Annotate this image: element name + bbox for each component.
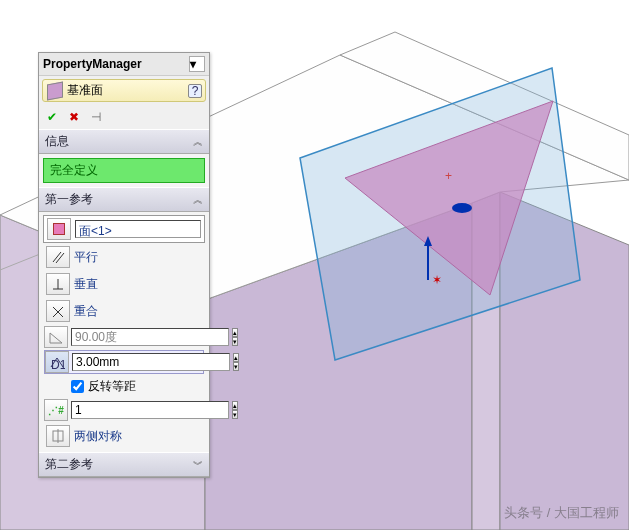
coincident-row[interactable]: 重合 [43,298,205,324]
instances-spinner[interactable]: ▴▾ [232,401,238,419]
plane-icon [47,81,63,100]
parallel-row[interactable]: 平行 [43,244,205,270]
offset-icon: D1 [45,351,69,373]
section-info-header[interactable]: 信息 ︽ [39,129,209,154]
help-icon[interactable]: ? [188,84,202,98]
svg-text:D1: D1 [51,358,65,370]
origin-plus: + [445,169,452,183]
pm-titlebar: PropertyManager ▾ [39,53,209,76]
angle-icon [44,326,68,348]
ok-cancel-bar: ✔ ✖ ⊣ [39,105,209,129]
section-ref1-header[interactable]: 第一参考 ︽ [39,187,209,212]
ok-button[interactable]: ✔ [43,108,61,126]
property-manager-panel: PropertyManager ▾ 基准面 ? ✔ ✖ ⊣ 信息 ︽ 完全定义 … [38,52,210,478]
chevron-up-icon: ︽ [193,135,203,149]
origin-star: ✶ [432,273,442,287]
offset-row: D1 ▴▾ [44,350,204,374]
feature-header: 基准面 ? [42,79,206,102]
midplane-icon [46,425,70,447]
face-selection-row[interactable]: 面<1> [43,215,205,243]
chevron-up-icon: ︽ [193,193,203,207]
instances-input[interactable] [71,401,229,419]
feature-name: 基准面 [67,82,103,99]
svg-line-11 [56,253,64,263]
reverse-offset-row[interactable]: 反转等距 [41,376,207,397]
face-selection-field[interactable]: 面<1> [75,220,201,238]
section-ref1-body: 面<1> 平行 垂直 重合 ▴▾ D1 ▴▾ [39,212,209,452]
section-info-body: 完全定义 [39,154,209,187]
angle-input[interactable] [71,328,229,346]
angle-row: ▴▾ [44,326,204,348]
midplane-row[interactable]: 两侧对称 [43,423,205,449]
chevron-down-icon: ︾ [193,458,203,472]
status-fully-defined: 完全定义 [43,158,205,183]
watermark-text: 头条号 / 大国工程师 [504,504,619,522]
offset-input[interactable] [72,353,230,371]
parallel-icon [46,246,70,268]
instances-icon: ⋰# [44,399,68,421]
offset-spinner[interactable]: ▴▾ [233,353,239,371]
svg-line-10 [53,252,61,262]
section-ref2-header[interactable]: 第二参考 ︾ [39,452,209,477]
face-icon [47,218,71,240]
coincident-icon [46,300,70,322]
pm-menu-icon[interactable]: ▾ [189,56,205,72]
pm-title-text: PropertyManager [43,57,142,71]
rotate-handle[interactable] [452,203,472,213]
perpendicular-icon [46,273,70,295]
reverse-offset-checkbox[interactable] [71,380,84,393]
pin-button[interactable]: ⊣ [87,108,105,126]
cancel-button[interactable]: ✖ [65,108,83,126]
instances-row: ⋰# ▴▾ [44,399,204,421]
perpendicular-row[interactable]: 垂直 [43,271,205,297]
angle-spinner[interactable]: ▴▾ [232,328,238,346]
